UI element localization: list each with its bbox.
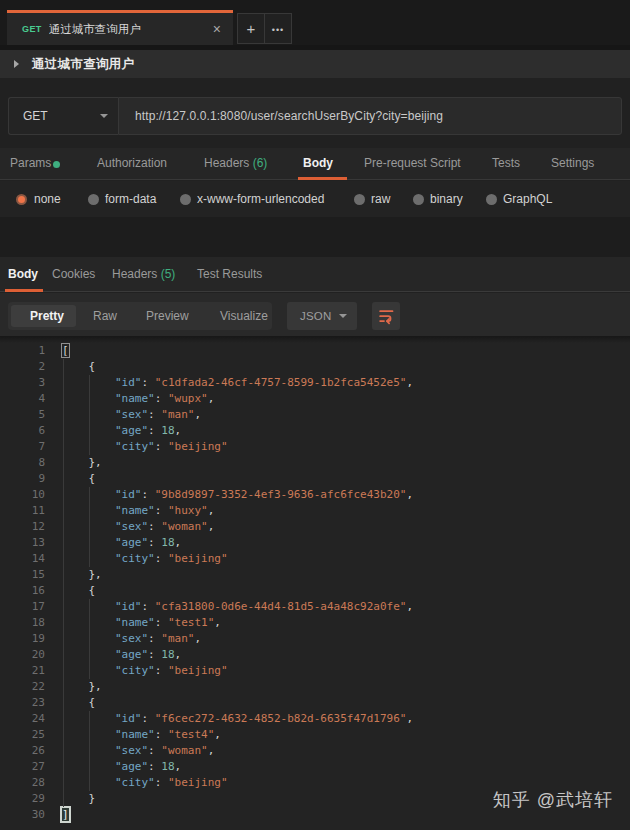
new-tab-button[interactable]: +: [237, 13, 265, 44]
method-value: GET: [23, 109, 48, 123]
view-mode-pretty[interactable]: Pretty: [30, 309, 64, 323]
code-line: 5 "sex": "man",: [0, 407, 630, 423]
indent-guide: [89, 599, 90, 679]
radio-binary[interactable]: [413, 194, 424, 205]
code-top-shadow: [0, 336, 630, 343]
code-line: 3 "id": "c1dfada2-46cf-4757-8599-1b2fca5…: [0, 375, 630, 391]
response-active-tab-underline: [5, 289, 43, 292]
radio-x-www-form-urlencoded-label[interactable]: x-www-form-urlencoded: [197, 192, 324, 206]
response-toolbar: Pretty Raw Preview Visualize JSON: [0, 293, 630, 336]
params-dot-icon: [53, 161, 60, 168]
radio-form-data-label[interactable]: form-data: [105, 192, 156, 206]
code-line: 25 "name": "test4",: [0, 727, 630, 743]
json-code: 1[2 {3 "id": "c1dfada2-46cf-4757-8599-1b…: [0, 343, 630, 823]
code-line: 6 "age": 18,: [0, 423, 630, 439]
code-line: 14 "city": "beijing": [0, 551, 630, 567]
request-tabs: Params Authorization Headers (6) Body Pr…: [0, 148, 630, 180]
tab-headers[interactable]: Headers (6): [204, 156, 267, 170]
tab-pre-request-script[interactable]: Pre-request Script: [364, 156, 461, 170]
body-mode-row: none form-data x-www-form-urlencoded raw…: [0, 181, 630, 217]
code-line: 11 "name": "huxy",: [0, 503, 630, 519]
code-line: 1[: [0, 343, 630, 359]
url-input[interactable]: http://127.0.0.1:8080/user/searchUserByC…: [118, 97, 622, 135]
tab-body[interactable]: Body: [303, 156, 333, 170]
radio-graphql[interactable]: [486, 194, 497, 205]
code-line: 24 "id": "f6cec272-4632-4852-b82d-6635f4…: [0, 711, 630, 727]
view-mode-raw[interactable]: Raw: [93, 309, 117, 323]
code-line: 22 },: [0, 679, 630, 695]
code-line: 20 "age": 18,: [0, 647, 630, 663]
code-line: 18 "name": "test1",: [0, 615, 630, 631]
format-caret-icon: [339, 314, 347, 318]
tab-close-icon[interactable]: ×: [213, 22, 221, 36]
indent-guide: [63, 359, 64, 807]
radio-graphql-label[interactable]: GraphQL: [503, 192, 552, 206]
collapse-caret-icon[interactable]: [14, 60, 19, 68]
tab-bar: GET 通过城市查询用户 × + •••: [0, 0, 630, 45]
code-line: 23 {: [0, 695, 630, 711]
radio-none-label[interactable]: none: [34, 192, 61, 206]
tab-tests[interactable]: Tests: [492, 156, 520, 170]
code-line: 13 "age": 18,: [0, 535, 630, 551]
code-line: 8 },: [0, 455, 630, 471]
indent-guide: [89, 487, 90, 567]
tab-title: 通过城市查询用户: [49, 22, 141, 37]
code-line: 16 {: [0, 583, 630, 599]
code-line: 26 "sex": "woman",: [0, 743, 630, 759]
code-line: 10 "id": "9b8d9897-3352-4ef3-9636-afc6fc…: [0, 487, 630, 503]
section-divider-band: [0, 217, 630, 257]
code-line: 21 "city": "beijing": [0, 663, 630, 679]
code-line: 17 "id": "cfa31800-0d6e-44d4-81d5-a4a48c…: [0, 599, 630, 615]
wrap-text-icon: [378, 308, 395, 325]
headers-count: (6): [253, 156, 268, 170]
method-caret-icon: [100, 114, 108, 118]
tab-settings[interactable]: Settings: [551, 156, 594, 170]
request-tab[interactable]: GET 通过城市查询用户 ×: [7, 10, 233, 45]
radio-raw[interactable]: [354, 194, 365, 205]
response-headers-count: (5): [161, 267, 176, 281]
tab-authorization[interactable]: Authorization: [97, 156, 167, 170]
response-tab-headers[interactable]: Headers (5): [112, 267, 175, 281]
view-mode-visualize[interactable]: Visualize: [220, 309, 268, 323]
code-line: 2 {: [0, 359, 630, 375]
format-select[interactable]: JSON: [287, 302, 357, 330]
tab-params[interactable]: Params: [10, 156, 51, 170]
request-name-row[interactable]: 通过城市查询用户: [0, 50, 630, 78]
indent-guide: [89, 711, 90, 791]
indent-guide: [89, 375, 90, 455]
code-line: 7 "city": "beijing": [0, 439, 630, 455]
radio-x-www-form-urlencoded[interactable]: [180, 194, 191, 205]
more-tabs-button[interactable]: •••: [264, 13, 292, 44]
response-body-viewer[interactable]: 1[2 {3 "id": "c1dfada2-46cf-4757-8599-1b…: [0, 336, 630, 830]
radio-form-data[interactable]: [88, 194, 99, 205]
response-tabs: Body Cookies Headers (5) Test Results: [0, 257, 630, 292]
radio-raw-label[interactable]: raw: [371, 192, 390, 206]
code-line: 4 "name": "wupx",: [0, 391, 630, 407]
response-tab-test-results[interactable]: Test Results: [197, 267, 262, 281]
tab-method-badge: GET: [22, 24, 42, 34]
radio-binary-label[interactable]: binary: [430, 192, 463, 206]
view-mode-preview[interactable]: Preview: [146, 309, 189, 323]
view-mode-group: Pretty Raw Preview Visualize: [8, 302, 272, 330]
method-select[interactable]: GET: [8, 97, 118, 135]
request-name: 通过城市查询用户: [32, 56, 134, 73]
format-value: JSON: [300, 310, 331, 322]
code-line: 12 "sex": "woman",: [0, 519, 630, 535]
watermark: 知乎 @武培轩: [493, 788, 613, 812]
code-line: 19 "sex": "man",: [0, 631, 630, 647]
code-line: 9 {: [0, 471, 630, 487]
code-line: 27 "age": 18,: [0, 759, 630, 775]
url-value: http://127.0.0.1:8080/user/searchUserByC…: [135, 109, 443, 123]
wrap-text-button[interactable]: [372, 302, 400, 330]
response-tab-body[interactable]: Body: [8, 267, 38, 281]
active-tab-underline: [298, 177, 347, 180]
radio-none[interactable]: [16, 194, 27, 205]
response-tab-cookies[interactable]: Cookies: [52, 267, 95, 281]
code-line: 15 },: [0, 567, 630, 583]
